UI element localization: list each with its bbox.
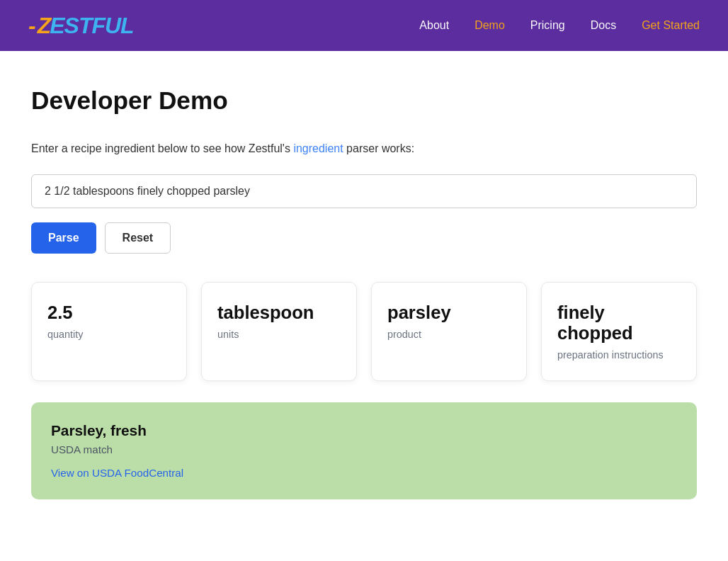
page-title: Developer Demo [31, 86, 697, 115]
usda-subtitle: USDA match [51, 443, 677, 455]
logo-z: Z [38, 13, 50, 39]
nav-item-pricing[interactable]: Pricing [530, 19, 565, 32]
nav-link-pricing[interactable]: Pricing [530, 19, 565, 31]
result-card-0: 2.5quantity [31, 282, 187, 381]
logo-dash: - [28, 13, 36, 39]
page-description: Enter a recipe ingredient below to see h… [31, 140, 697, 157]
input-area [31, 174, 697, 208]
usda-title: Parsley, fresh [51, 422, 677, 439]
nav-link-about[interactable]: About [419, 19, 449, 31]
result-card-1: tablespoonunits [201, 282, 357, 381]
ingredient-input[interactable] [31, 174, 697, 208]
usda-link[interactable]: View on USDA FoodCentral [51, 467, 183, 479]
parse-button[interactable]: Parse [31, 222, 96, 254]
navbar: - Z ESTFUL About Demo Pricing Docs Get S… [0, 0, 728, 51]
logo[interactable]: - Z ESTFUL [28, 13, 419, 39]
nav-item-get-started[interactable]: Get Started [642, 19, 700, 32]
card-label-0: quantity [47, 329, 171, 340]
nav-links: About Demo Pricing Docs Get Started [419, 19, 700, 32]
card-value-3: finely chopped [557, 302, 681, 344]
card-label-3: preparation instructions [557, 349, 681, 361]
main-content: Developer Demo Enter a recipe ingredient… [3, 51, 725, 542]
card-label-1: units [217, 329, 341, 340]
nav-item-demo[interactable]: Demo [474, 19, 505, 32]
card-value-0: 2.5 [47, 302, 171, 323]
highlight-text: ingredient [293, 142, 343, 154]
nav-item-about[interactable]: About [419, 19, 449, 32]
card-value-2: parsley [387, 302, 511, 323]
result-cards: 2.5quantitytablespoonunitsparsleyproduct… [31, 282, 697, 381]
usda-match-box: Parsley, fresh USDA match View on USDA F… [31, 402, 697, 499]
reset-button[interactable]: Reset [105, 222, 171, 254]
result-card-2: parsleyproduct [371, 282, 527, 381]
nav-item-docs[interactable]: Docs [591, 19, 616, 32]
nav-link-demo[interactable]: Demo [474, 19, 505, 31]
nav-link-docs[interactable]: Docs [591, 19, 616, 31]
button-row: Parse Reset [31, 222, 697, 254]
card-label-2: product [387, 329, 511, 340]
card-value-1: tablespoon [217, 302, 341, 323]
nav-link-get-started[interactable]: Get Started [642, 19, 700, 31]
logo-estful: ESTFUL [50, 13, 133, 39]
result-card-3: finely choppedpreparation instructions [541, 282, 697, 381]
